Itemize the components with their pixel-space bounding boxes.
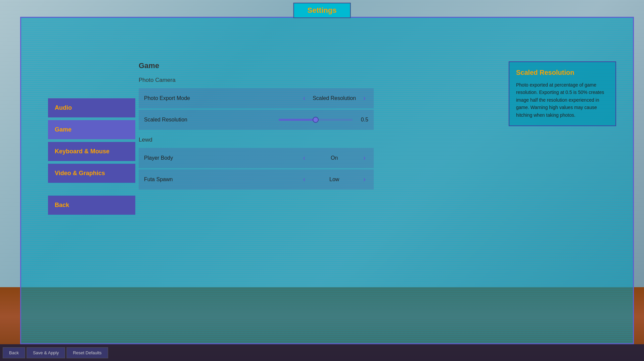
info-panel: Scaled Resolution Photo exported at perc… [509,61,616,126]
sidebar-label-game: Game [55,126,72,133]
save-apply-label: Save & Apply [33,350,59,355]
sidebar-item-audio[interactable]: Audio [48,98,135,117]
save-apply-button[interactable]: Save & Apply [27,347,65,358]
slider-thumb[interactable] [313,117,319,123]
player-body-control: ‹ On › [274,152,368,164]
futa-spawn-row: Futa Spawn ‹ Low › [139,169,374,190]
slider-track[interactable] [279,119,353,121]
reset-defaults-button[interactable]: Reset Defaults [66,347,108,358]
photo-export-next-button[interactable]: › [361,93,368,104]
futa-spawn-next-button[interactable]: › [361,174,368,185]
main-panel: Audio Game Keyboard & Mouse Video & Grap… [20,17,634,344]
sidebar-item-game[interactable]: Game [48,120,135,139]
slider-fill [279,119,316,121]
info-panel-title: Scaled Resolution [516,69,609,76]
player-body-prev-button[interactable]: ‹ [300,152,308,164]
lewd-section: Lewd Player Body ‹ On › Futa Spawn ‹ [139,137,616,190]
photo-export-mode-control: ‹ Scaled Resolution › [274,93,368,104]
photo-export-mode-row: Photo Export Mode ‹ Scaled Resolution › [139,88,374,108]
scaled-resolution-row: Scaled Resolution 0.5 [139,110,374,130]
player-body-label: Player Body [144,155,274,161]
bottom-bar: Back Save & Apply Reset Defaults [0,344,644,361]
sidebar-item-keyboard-mouse[interactable]: Keyboard & Mouse [48,142,135,161]
bottom-back-button[interactable]: Back [3,347,25,358]
sidebar-item-video-graphics[interactable]: Video & Graphics [48,164,135,183]
reset-defaults-label: Reset Defaults [73,350,101,355]
slider-container: 0.5 [279,117,368,123]
sidebar-label-keyboard: Keyboard & Mouse [55,148,109,155]
photo-export-prev-button[interactable]: ‹ [300,93,308,104]
futa-spawn-prev-button[interactable]: ‹ [300,174,308,185]
bottom-back-label: Back [9,350,19,355]
sidebar: Audio Game Keyboard & Mouse Video & Grap… [48,98,135,183]
sidebar-back-button[interactable]: Back [48,196,135,215]
slider-value: 0.5 [357,117,368,123]
info-panel-text: Photo exported at percentage of game res… [516,81,609,119]
settings-table: Photo Export Mode ‹ Scaled Resolution › … [139,88,374,130]
futa-spawn-control: ‹ Low › [274,174,368,185]
sidebar-label-audio: Audio [55,104,72,111]
title-bar: Settings [293,3,351,18]
photo-export-mode-label: Photo Export Mode [144,95,274,101]
lewd-settings-table: Player Body ‹ On › Futa Spawn ‹ Low › [139,148,374,190]
back-label: Back [55,202,69,208]
player-body-row: Player Body ‹ On › [139,148,374,168]
title-text: Settings [308,6,337,14]
player-body-next-button[interactable]: › [361,152,368,164]
futa-spawn-value: Low [311,176,358,183]
lewd-section-title: Lewd [139,137,616,143]
photo-export-mode-value: Scaled Resolution [311,95,358,101]
futa-spawn-label: Futa Spawn [144,176,274,183]
sidebar-label-video: Video & Graphics [55,170,105,176]
scaled-resolution-control: 0.5 [274,117,368,123]
player-body-value: On [311,155,358,161]
scaled-resolution-label: Scaled Resolution [144,117,274,123]
